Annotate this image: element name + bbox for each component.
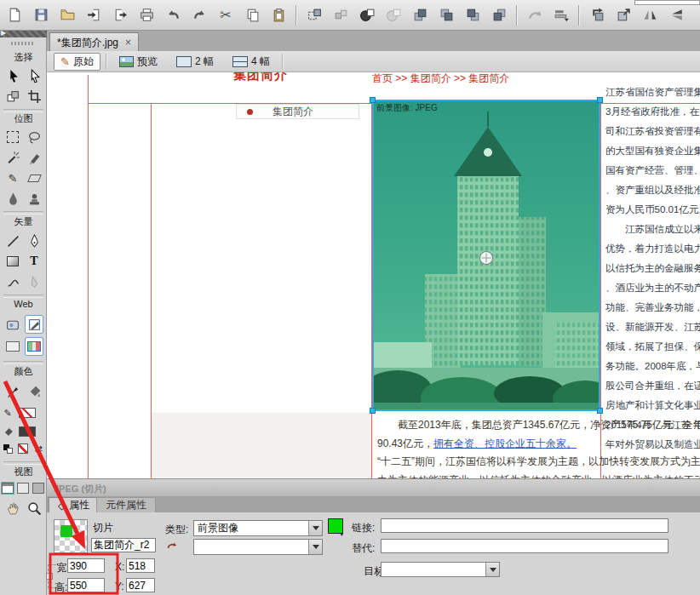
slice-type-value: 前景图像 xyxy=(194,521,308,535)
new-document-icon[interactable] xyxy=(5,6,24,25)
panel-grip[interactable] xyxy=(11,42,35,45)
inline-link[interactable]: 拥有全资、控股企业五十余家。 xyxy=(433,438,577,449)
flip-horizontal-icon[interactable] xyxy=(640,6,659,25)
redo-icon[interactable] xyxy=(190,6,209,25)
original-view-button[interactable]: ✎ 原始 xyxy=(54,53,100,71)
tab-symbol-properties[interactable]: 元件属性 xyxy=(96,497,156,512)
selection-handle[interactable] xyxy=(597,408,603,414)
panel-group-header[interactable]: JPEG (切片) xyxy=(47,479,700,497)
bring-to-front-icon[interactable] xyxy=(410,6,429,25)
subselection-tool[interactable] xyxy=(25,66,43,85)
target-dropdown[interactable] xyxy=(381,562,500,577)
marquee-tool[interactable] xyxy=(3,128,22,146)
hand-tool[interactable] xyxy=(3,499,22,518)
default-colors-button[interactable] xyxy=(2,443,14,455)
document-canvas[interactable]: 集团简介 首页 >> 集团简介 >> 集团简介 集团简介 江苏省国信资产管理集团… xyxy=(47,72,700,478)
send-to-back-icon[interactable] xyxy=(490,6,508,25)
two-up-button[interactable]: 2 幅 xyxy=(169,53,221,71)
numeric-transform-icon[interactable] xyxy=(614,6,633,25)
save-icon[interactable] xyxy=(32,6,50,25)
eyedropper-tool[interactable] xyxy=(3,381,22,400)
full-screen-mode-button[interactable] xyxy=(32,482,44,494)
print-icon[interactable] xyxy=(137,6,156,25)
tools-section-bitmap: 位图 xyxy=(0,112,47,125)
full-screen-with-menus-button[interactable] xyxy=(17,482,29,494)
selection-handle[interactable] xyxy=(597,97,603,103)
export-icon[interactable] xyxy=(111,6,129,25)
alt-input[interactable] xyxy=(381,539,668,553)
bring-forward-icon[interactable] xyxy=(437,6,456,25)
tab-close-icon[interactable]: × xyxy=(125,37,131,49)
ungroup-icon[interactable] xyxy=(384,6,403,25)
cut-icon[interactable]: ✂ xyxy=(216,6,235,25)
height-input[interactable] xyxy=(67,578,105,592)
align-icon[interactable] xyxy=(552,6,571,25)
undo-icon[interactable] xyxy=(164,6,182,25)
slice-type-dropdown[interactable]: 前景图像 xyxy=(193,520,323,536)
hide-slices-tool[interactable] xyxy=(3,337,22,356)
import-icon[interactable] xyxy=(84,6,103,25)
lasso-tool[interactable] xyxy=(25,128,43,146)
slice-name-input[interactable] xyxy=(91,538,156,552)
rotate-canvas-icon[interactable] xyxy=(588,6,606,25)
flip-vertical-icon[interactable] xyxy=(667,6,686,25)
no-color-button[interactable] xyxy=(17,443,29,455)
document-tab[interactable]: *集团简介.jpg × xyxy=(49,32,139,52)
eraser-tool[interactable] xyxy=(25,169,43,187)
slice-color-swatch[interactable]: ▾ xyxy=(328,518,343,534)
width-input[interactable] xyxy=(67,558,105,573)
dropdown-arrow-icon[interactable] xyxy=(308,540,322,554)
hotspot-tool[interactable] xyxy=(3,315,22,334)
zoom-tool[interactable] xyxy=(25,499,43,518)
selected-image-slice[interactable]: 前景图像: JPEG xyxy=(372,100,600,411)
fill-color-icon[interactable] xyxy=(0,422,15,441)
rubber-stamp-tool[interactable] xyxy=(25,189,43,208)
open-icon[interactable] xyxy=(58,6,77,25)
rectangle-tool[interactable] xyxy=(3,252,22,271)
paste-icon[interactable] xyxy=(269,6,288,25)
nav-menu-item[interactable]: 集团简介 xyxy=(236,104,359,119)
join-icon[interactable] xyxy=(525,6,544,25)
x-input[interactable] xyxy=(126,558,155,573)
knife-tool[interactable] xyxy=(25,272,43,291)
panel-collapse-strip[interactable]: ▶ xyxy=(0,31,47,37)
standard-screen-mode-button[interactable] xyxy=(2,482,14,494)
stroke-color-icon[interactable]: ✎ xyxy=(0,403,15,422)
show-slices-tool[interactable] xyxy=(25,337,43,356)
preview-view-button[interactable]: 预览 xyxy=(112,53,164,71)
paint-bucket-tool[interactable] xyxy=(25,381,43,400)
send-backward-icon[interactable] xyxy=(463,6,482,25)
select-behind-tool[interactable] xyxy=(3,87,22,106)
link-input[interactable] xyxy=(381,518,668,533)
pen-tool[interactable] xyxy=(25,232,43,250)
line-tool[interactable] xyxy=(3,232,22,250)
tab-symbol-label: 元件属性 xyxy=(106,498,146,512)
text-tool[interactable]: T xyxy=(25,252,43,271)
selection-handle[interactable] xyxy=(370,97,376,103)
pointer-tool[interactable] xyxy=(3,66,22,85)
tools-section-select: 选择 xyxy=(0,51,47,64)
dropdown-arrow-icon[interactable] xyxy=(485,563,499,576)
magic-wand-tool[interactable] xyxy=(3,148,22,167)
slice-tool[interactable] xyxy=(25,315,43,334)
y-input[interactable] xyxy=(126,578,155,592)
pencil-tool[interactable]: ✎ xyxy=(3,169,22,187)
freeform-tool[interactable] xyxy=(3,272,22,291)
hide-slices-icon[interactable] xyxy=(331,6,350,25)
four-up-button[interactable]: 4 幅 xyxy=(226,53,277,71)
dropdown-arrow-icon[interactable] xyxy=(308,521,322,535)
tab-properties[interactable]: ◇ 属性 xyxy=(49,497,99,512)
stroke-color-swatch[interactable] xyxy=(19,408,36,418)
show-slices-icon[interactable] xyxy=(305,6,324,25)
fill-color-swatch[interactable] xyxy=(19,426,36,437)
brush-tool[interactable] xyxy=(25,148,43,167)
url-dropdown[interactable] xyxy=(193,539,323,555)
swap-colors-button[interactable]: ⇄ xyxy=(32,443,44,455)
copy-icon[interactable] xyxy=(243,6,261,25)
collapse-diamond-icon[interactable]: ◇ xyxy=(58,500,66,512)
crop-tool[interactable] xyxy=(25,87,43,106)
selection-handle[interactable] xyxy=(370,408,376,414)
blur-tool[interactable] xyxy=(3,189,22,208)
group-icon[interactable] xyxy=(358,6,376,25)
recent-urls-icon[interactable] xyxy=(166,540,178,554)
